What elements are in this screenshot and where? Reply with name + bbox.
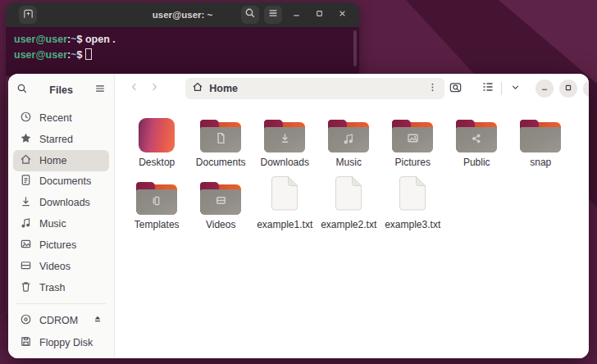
terminal-scrollbar[interactable] [353, 30, 357, 66]
grid-item-templates[interactable]: Templates [125, 177, 189, 231]
sidebar-item-label: Pictures [39, 239, 76, 251]
grid-item-music[interactable]: Music [317, 115, 381, 169]
terminal-title: user@user: ~ [6, 10, 359, 20]
command-text: open . [85, 34, 116, 45]
terminal-maximize-button[interactable] [310, 6, 328, 24]
folder-icon [200, 120, 241, 152]
sidebar-item-home[interactable]: Home [13, 150, 109, 171]
grid-item-downloads[interactable]: Downloads [253, 115, 317, 169]
sidebar-item-label: Videos [39, 261, 71, 272]
download-emblem-icon [278, 131, 292, 148]
view-options-dropdown[interactable] [504, 79, 526, 98]
close-icon [337, 7, 348, 22]
minimize-button[interactable] [535, 80, 554, 98]
list-view-button[interactable] [477, 79, 499, 98]
sidebar-item-starred[interactable]: Starred [13, 129, 109, 150]
sidebar-item-label: Recent [39, 112, 72, 124]
new-tab-button[interactable] [19, 6, 37, 24]
item-label: snap [530, 157, 551, 169]
floppy-icon [20, 335, 32, 350]
chevron-left-icon [129, 81, 140, 96]
sidebar-header: Files [13, 79, 109, 102]
item-label: Templates [134, 219, 180, 231]
terminal-minimize-button[interactable] [287, 6, 305, 24]
sidebar-item-trash[interactable]: Trash [13, 277, 109, 298]
item-label: example1.txt [257, 219, 312, 231]
sidebar-item-label: Home [39, 155, 66, 166]
terminal-search-button[interactable] [241, 6, 259, 24]
chevron-right-icon [148, 81, 160, 96]
template-emblem-icon [150, 194, 163, 211]
grid-item-videos[interactable]: Videos [189, 177, 253, 231]
text-file-icon [334, 175, 363, 215]
hamburger-icon [267, 7, 279, 22]
terminal-close-button[interactable] [333, 6, 351, 24]
grid-item-example2[interactable]: example2.txt [317, 177, 381, 231]
sidebar-devices: CDROM Floppy Disk [13, 298, 109, 353]
disc-icon [20, 313, 32, 328]
music-note-icon [20, 216, 32, 231]
sidebar-item-label: Starred [39, 134, 73, 145]
grid-item-example1[interactable]: example1.txt [253, 177, 317, 231]
sidebar-item-pictures[interactable]: Pictures [13, 234, 109, 256]
item-label: Pictures [395, 157, 431, 169]
text-file-icon [270, 175, 299, 215]
terminal-titlebar[interactable]: user@user: ~ [6, 2, 359, 27]
grid-item-snap[interactable]: snap [508, 115, 572, 169]
item-label: Downloads [261, 157, 309, 169]
maximize-icon [314, 7, 325, 22]
current-location: Home [209, 83, 422, 94]
grid-item-desktop[interactable]: Desktop [125, 115, 189, 169]
search-folder-button[interactable] [444, 79, 466, 98]
grid-item-documents[interactable]: Documents [189, 115, 253, 169]
files-sidebar: Files Recent [8, 74, 115, 358]
folder-icon [136, 182, 177, 215]
maximize-icon [563, 81, 573, 96]
folder-icon [392, 120, 433, 152]
sidebar-item-videos[interactable]: Videos [13, 256, 109, 277]
window-controls [535, 80, 589, 98]
kebab-menu-icon[interactable] [427, 81, 438, 96]
folder-icon [520, 120, 561, 152]
item-label: Desktop [139, 157, 175, 169]
sidebar-item-cdrom[interactable]: CDROM [13, 309, 109, 331]
grid-item-public[interactable]: Public [444, 115, 508, 169]
path-bar[interactable]: Home [185, 78, 444, 99]
grid-item-example3[interactable]: example3.txt [381, 177, 444, 231]
sidebar-item-label: Trash [39, 282, 66, 293]
folder-search-icon [449, 80, 463, 98]
sidebar-item-label: Floppy Disk [39, 337, 93, 348]
hamburger-icon[interactable] [94, 83, 106, 98]
share-emblem-icon [470, 132, 483, 148]
search-icon[interactable] [16, 83, 28, 98]
forward-button[interactable] [144, 79, 164, 98]
eject-icon[interactable] [93, 314, 103, 326]
new-tab-icon [22, 7, 34, 23]
files-window: Files Recent [8, 74, 589, 358]
terminal-line: user@user:~$ [14, 48, 351, 63]
toolbar-divider [501, 82, 502, 95]
sidebar-item-documents[interactable]: Documents [13, 171, 109, 193]
terminal-menu-button[interactable] [264, 6, 282, 24]
video-emblem-icon [214, 193, 228, 211]
prompt-user: user@user [14, 49, 67, 61]
clock-icon [20, 111, 32, 125]
document-emblem-icon [214, 131, 228, 148]
close-button[interactable] [583, 80, 589, 98]
sidebar-item-downloads[interactable]: Downloads [13, 192, 109, 213]
close-icon [587, 81, 589, 96]
sidebar-item-floppy-disk[interactable]: Floppy Disk [13, 331, 109, 353]
back-button[interactable] [125, 79, 144, 98]
sidebar-item-recent[interactable]: Recent [13, 107, 109, 129]
home-icon [20, 153, 32, 168]
chevron-down-icon [510, 81, 521, 96]
sidebar-divider [16, 303, 106, 304]
sidebar-item-music[interactable]: Music [13, 213, 109, 234]
grid-item-pictures[interactable]: Pictures [381, 115, 444, 169]
maximize-button[interactable] [559, 80, 577, 98]
terminal-line: user@user:~$ open . [14, 32, 351, 48]
file-grid: Desktop Documents [115, 102, 589, 358]
terminal-body[interactable]: user@user:~$ open . user@user:~$ [6, 27, 359, 76]
text-file-icon [398, 175, 427, 215]
list-view-icon [481, 80, 494, 97]
